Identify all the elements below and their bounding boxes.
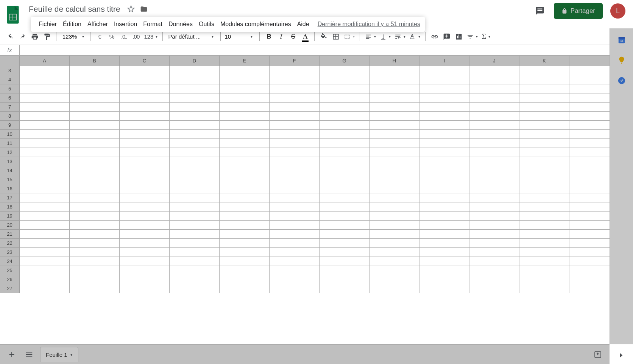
cell[interactable] xyxy=(120,66,170,75)
cell[interactable] xyxy=(170,139,220,148)
cell[interactable] xyxy=(270,248,320,257)
insert-comment-button[interactable] xyxy=(441,31,452,42)
cell[interactable] xyxy=(320,148,370,157)
cell[interactable] xyxy=(170,257,220,266)
cell[interactable] xyxy=(120,175,170,184)
cell[interactable] xyxy=(320,230,370,239)
cell[interactable] xyxy=(419,221,469,230)
cell[interactable] xyxy=(220,212,270,221)
cell[interactable] xyxy=(70,221,120,230)
cell[interactable] xyxy=(20,148,70,157)
cell[interactable] xyxy=(170,157,220,166)
cell[interactable] xyxy=(469,239,519,248)
cell[interactable] xyxy=(419,166,469,175)
cell[interactable] xyxy=(469,103,519,112)
cell[interactable] xyxy=(120,230,170,239)
cell[interactable] xyxy=(20,66,70,75)
cell[interactable] xyxy=(70,139,120,148)
column-header[interactable]: F xyxy=(270,56,320,66)
cell[interactable] xyxy=(419,75,469,84)
cell[interactable] xyxy=(70,157,120,166)
cell[interactable] xyxy=(170,84,220,93)
cell[interactable] xyxy=(519,230,569,239)
cell[interactable] xyxy=(120,184,170,193)
cell[interactable] xyxy=(270,266,320,275)
cell[interactable] xyxy=(519,202,569,212)
cell[interactable] xyxy=(120,157,170,166)
row-header[interactable]: 22 xyxy=(0,239,20,248)
cell[interactable] xyxy=(469,66,519,75)
cell[interactable] xyxy=(370,266,419,275)
cell[interactable] xyxy=(170,130,220,139)
cell[interactable] xyxy=(469,257,519,266)
column-header[interactable]: J xyxy=(469,56,519,66)
cell[interactable] xyxy=(370,121,419,130)
cell[interactable] xyxy=(519,157,569,166)
column-header[interactable]: D xyxy=(170,56,220,66)
cell[interactable] xyxy=(519,130,569,139)
cell[interactable] xyxy=(370,166,419,175)
row-header[interactable]: 17 xyxy=(0,193,20,202)
cell[interactable] xyxy=(220,148,270,157)
cell[interactable] xyxy=(370,84,419,93)
row-header[interactable]: 19 xyxy=(0,212,20,221)
cell[interactable] xyxy=(20,266,70,275)
cell[interactable] xyxy=(170,93,220,103)
cell[interactable] xyxy=(20,93,70,103)
cell[interactable] xyxy=(270,148,320,157)
cell[interactable] xyxy=(320,284,370,293)
cell[interactable] xyxy=(270,212,320,221)
text-wrap-button[interactable] xyxy=(393,31,407,42)
menu-modules[interactable]: Modules complémentaires xyxy=(217,19,294,29)
cell[interactable] xyxy=(320,66,370,75)
cell[interactable] xyxy=(170,212,220,221)
cell[interactable] xyxy=(320,130,370,139)
cell[interactable] xyxy=(270,166,320,175)
cell[interactable] xyxy=(320,84,370,93)
cell[interactable] xyxy=(469,121,519,130)
sheet-tab-active[interactable]: Feuille 1 ▾ xyxy=(40,347,78,362)
cell[interactable] xyxy=(120,193,170,202)
cell[interactable] xyxy=(170,75,220,84)
cell[interactable] xyxy=(270,66,320,75)
cell[interactable] xyxy=(270,257,320,266)
cell[interactable] xyxy=(370,193,419,202)
cell[interactable] xyxy=(170,184,220,193)
cell[interactable] xyxy=(220,157,270,166)
cell[interactable] xyxy=(70,202,120,212)
cell[interactable] xyxy=(320,184,370,193)
cell[interactable] xyxy=(320,248,370,257)
column-header[interactable]: B xyxy=(70,56,120,66)
insert-link-button[interactable] xyxy=(429,31,440,42)
cell[interactable] xyxy=(220,184,270,193)
sheets-logo[interactable] xyxy=(4,3,22,26)
cell[interactable] xyxy=(220,112,270,121)
cell[interactable] xyxy=(20,103,70,112)
cell[interactable] xyxy=(20,230,70,239)
menu-edition[interactable]: Édition xyxy=(60,19,84,29)
cell[interactable] xyxy=(419,84,469,93)
cell[interactable] xyxy=(70,266,120,275)
cell[interactable] xyxy=(419,230,469,239)
cell[interactable] xyxy=(170,266,220,275)
row-header[interactable]: 6 xyxy=(0,93,20,103)
italic-button[interactable]: I xyxy=(276,31,286,42)
column-header[interactable]: G xyxy=(320,56,370,66)
cell[interactable] xyxy=(469,166,519,175)
cell[interactable] xyxy=(270,193,320,202)
cell[interactable] xyxy=(519,84,569,93)
cell[interactable] xyxy=(519,284,569,293)
cell[interactable] xyxy=(170,230,220,239)
cell[interactable] xyxy=(120,130,170,139)
cell[interactable] xyxy=(419,93,469,103)
cell[interactable] xyxy=(419,275,469,284)
cell[interactable] xyxy=(519,66,569,75)
cell[interactable] xyxy=(320,139,370,148)
cell[interactable] xyxy=(320,257,370,266)
borders-button[interactable] xyxy=(331,31,341,42)
row-header[interactable]: 9 xyxy=(0,121,20,130)
cell[interactable] xyxy=(419,66,469,75)
cell[interactable] xyxy=(120,284,170,293)
cell[interactable] xyxy=(220,257,270,266)
cell[interactable] xyxy=(70,175,120,184)
